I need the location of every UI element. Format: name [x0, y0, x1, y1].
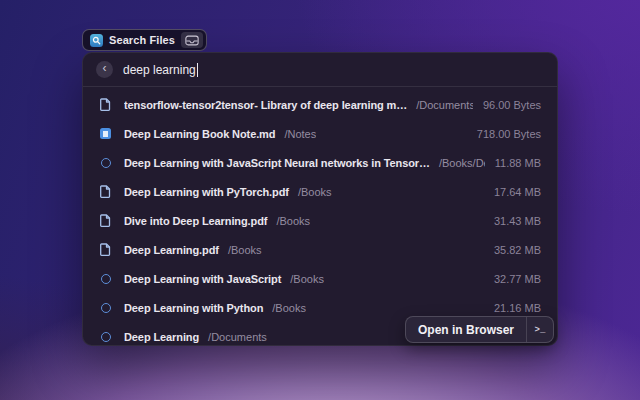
file-path: /Books — [290, 273, 324, 285]
file-name: Deep Learning — [124, 331, 199, 343]
document-file-icon — [99, 243, 112, 256]
file-size: 96.00 Bytes — [473, 99, 541, 111]
search-files-panel: ‹ deep learning tensorflow-tensor2tensor… — [82, 52, 558, 346]
file-size: 21.16 MB — [484, 302, 541, 314]
file-name: Deep Learning Book Note.md — [124, 128, 275, 140]
file-name: tensorflow-tensor2tensor- Library of dee… — [124, 99, 407, 111]
file-path: /Books/Deep Learning wi… — [439, 157, 485, 169]
file-name: Dive into Deep Learning.pdf — [124, 215, 267, 227]
circle-file-icon — [99, 332, 112, 342]
file-path: /Notes — [284, 128, 316, 140]
circle-file-icon — [99, 274, 112, 284]
document-file-icon — [99, 185, 112, 198]
chevron-left-icon: ‹ — [103, 61, 107, 76]
open-in-browser-label: Open in Browser — [406, 323, 526, 337]
file-result-row[interactable]: Dive into Deep Learning.pdf /Books 31.43… — [83, 206, 557, 235]
file-result-row[interactable]: Deep Learning with PyTorch.pdf /Books 17… — [83, 177, 557, 206]
file-result-row[interactable]: tensorflow-tensor2tensor- Library of dee… — [83, 90, 557, 119]
file-path: /Books — [228, 244, 262, 256]
file-name: Deep Learning with Python — [124, 302, 263, 314]
file-name: Deep Learning.pdf — [124, 244, 219, 256]
file-size: 31.43 MB — [484, 215, 541, 227]
file-result-row[interactable]: Deep Learning.pdf /Books 35.82 MB — [83, 235, 557, 264]
file-name: Deep Learning with JavaScript Neural net… — [124, 157, 430, 169]
file-result-row[interactable]: Deep Learning with JavaScript Neural net… — [83, 148, 557, 177]
document-file-icon — [99, 98, 112, 111]
search-input[interactable]: deep learning — [123, 63, 196, 77]
open-in-browser-tooltip[interactable]: Open in Browser >_ — [405, 316, 554, 343]
back-button[interactable]: ‹ — [96, 61, 113, 78]
file-size: 11.88 MB — [485, 157, 541, 169]
file-result-row[interactable]: Deep Learning with JavaScript /Books 32.… — [83, 264, 557, 293]
file-path: /Books — [298, 186, 332, 198]
file-tray-icon[interactable] — [181, 32, 203, 48]
terminal-key-icon: >_ — [526, 317, 553, 342]
search-files-label: Search Files — [109, 34, 175, 46]
file-path: /Books — [276, 215, 310, 227]
file-name: Deep Learning with JavaScript — [124, 273, 281, 285]
file-size: 718.00 Bytes — [467, 128, 541, 140]
desktop-background: Search Files ‹ deep learning tensorflow-… — [0, 0, 640, 400]
search-bar: ‹ deep learning — [83, 53, 557, 86]
search-files-app-icon — [90, 34, 103, 47]
file-name: Deep Learning with PyTorch.pdf — [124, 186, 289, 198]
search-files-pill[interactable]: Search Files — [82, 29, 207, 51]
circle-file-icon — [99, 303, 112, 313]
markdown-file-icon — [99, 128, 112, 139]
results-list: tensorflow-tensor2tensor- Library of dee… — [83, 87, 557, 355]
file-size: 32.77 MB — [484, 273, 541, 285]
file-path: /Documents/Graduate S… — [416, 99, 473, 111]
circle-file-icon — [99, 158, 112, 168]
document-file-icon — [99, 214, 112, 227]
file-result-row[interactable]: Deep Learning Book Note.md /Notes 718.00… — [83, 119, 557, 148]
file-size: 35.82 MB — [484, 244, 541, 256]
file-path: /Books — [272, 302, 306, 314]
text-caret — [197, 63, 199, 77]
file-size: 17.64 MB — [484, 186, 541, 198]
file-path: /Documents — [208, 331, 267, 343]
